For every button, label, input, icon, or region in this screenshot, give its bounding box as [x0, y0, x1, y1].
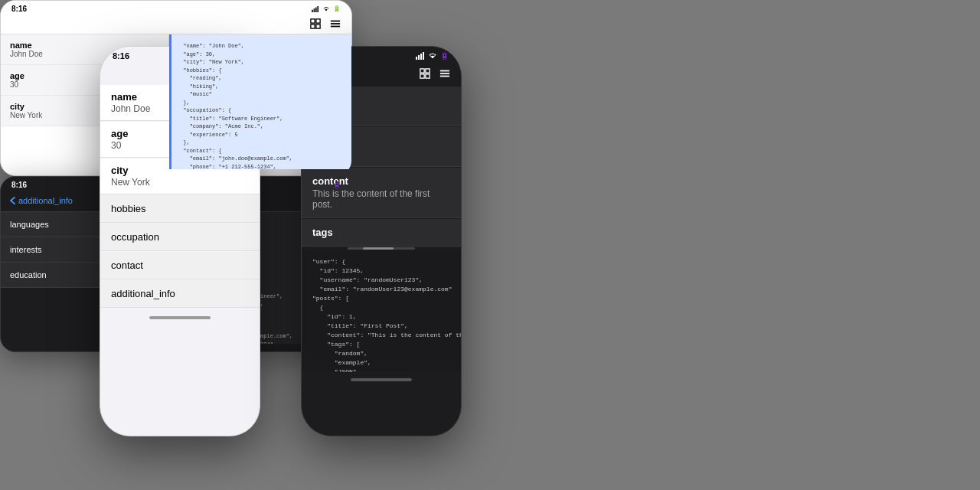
list-item[interactable]: occupation: [100, 224, 260, 251]
svg-rect-31: [331, 23, 340, 24]
back-button[interactable]: additional_info: [10, 196, 73, 205]
hamburger-icon: [330, 18, 341, 29]
field-value: New York: [111, 177, 249, 188]
svg-rect-23: [314, 8, 315, 12]
svg-rect-24: [315, 7, 317, 11]
svg-rect-18: [426, 74, 430, 78]
hamburger-icon: [439, 68, 450, 79]
svg-rect-27: [316, 19, 320, 23]
grid-icon: [310, 18, 321, 29]
signal-icon: [312, 6, 319, 12]
json-preview: "user": { "id": 12345, "username": "rand…: [302, 250, 461, 372]
field-label: contact: [111, 260, 249, 271]
field-label: additional_info: [111, 288, 249, 299]
battery-icon: 🔋: [333, 5, 341, 12]
grid-view-button[interactable]: [418, 67, 432, 80]
signal-icon: [416, 51, 425, 60]
home-bar: [351, 378, 412, 381]
tablet1-status-bar: 8:16 🔋: [1, 1, 351, 15]
svg-rect-28: [311, 24, 315, 28]
scroll-indicator: [348, 247, 415, 250]
back-label: additional_info: [18, 196, 73, 205]
list-item[interactable]: contact: [100, 252, 260, 279]
svg-rect-30: [331, 21, 340, 22]
tablet1-json-preview: "name": "John Doe", "age": 30, "city": "…: [169, 34, 351, 169]
home-indicator: [100, 309, 260, 327]
tablet1-toolbar: [1, 15, 351, 34]
phone1-time: 8:16: [113, 51, 129, 60]
field-label: tags: [312, 227, 450, 238]
grid-icon: [420, 68, 430, 79]
scene: 8:16 🔋: [0, 0, 980, 490]
svg-rect-12: [418, 55, 420, 60]
battery-icon: 🔋: [333, 181, 341, 188]
tablet1-body: name John Doe age 30 city New York "name…: [1, 34, 351, 169]
battery-icon: 🔋: [440, 52, 449, 60]
menu-button[interactable]: [438, 67, 452, 80]
svg-rect-21: [440, 76, 449, 77]
home-bar: [149, 316, 211, 319]
tablet2-time: 8:16: [11, 181, 27, 189]
grid-view-button[interactable]: [309, 17, 322, 31]
tablet1-status-icons: 🔋: [312, 5, 341, 12]
list-item[interactable]: additional_info: [100, 280, 260, 308]
phone2-status-icons: 🔋: [416, 51, 449, 60]
menu-button[interactable]: [328, 17, 342, 31]
svg-rect-22: [312, 9, 313, 11]
svg-rect-32: [331, 26, 340, 28]
field-label: hobbies: [111, 203, 249, 214]
list-item[interactable]: hobbies: [100, 195, 260, 223]
phone2-toolbar: [418, 67, 452, 80]
svg-rect-29: [316, 24, 320, 28]
scroll-thumb: [363, 247, 394, 250]
list-item[interactable]: content This is the content of the first…: [302, 168, 461, 218]
wifi-icon: [322, 6, 330, 12]
wifi-icon: [428, 51, 437, 60]
back-chevron-icon: [10, 197, 15, 204]
field-value: This is the content of the first post.: [312, 188, 450, 210]
tablet1-time: 8:16: [11, 5, 27, 13]
svg-rect-20: [440, 73, 449, 74]
svg-rect-14: [423, 52, 424, 60]
svg-rect-16: [426, 69, 430, 73]
svg-rect-26: [311, 19, 315, 23]
svg-rect-11: [416, 57, 417, 60]
svg-rect-17: [420, 74, 424, 78]
svg-rect-13: [420, 54, 422, 60]
field-label: occupation: [111, 231, 249, 243]
svg-rect-25: [317, 6, 318, 12]
home-indicator: [302, 372, 461, 387]
svg-rect-19: [440, 70, 449, 72]
svg-rect-15: [420, 69, 424, 73]
list-item[interactable]: tags: [302, 219, 461, 247]
tablet1: 8:16 🔋: [0, 0, 352, 176]
